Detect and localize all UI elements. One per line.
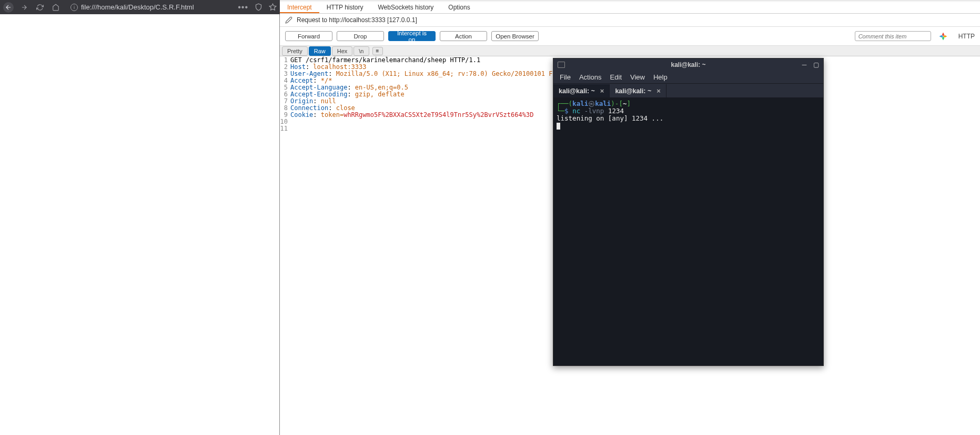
home-icon bbox=[52, 4, 59, 11]
close-icon[interactable]: × bbox=[600, 87, 604, 95]
menu-edit[interactable]: Edit bbox=[610, 73, 622, 81]
burp-subtabs: Intercept HTTP history WebSockets histor… bbox=[280, 2, 980, 14]
menu-file[interactable]: File bbox=[560, 73, 571, 81]
maximize-button[interactable]: ▢ bbox=[813, 62, 819, 68]
open-browser-button[interactable]: Open Browser bbox=[491, 31, 539, 41]
browser-content-area bbox=[0, 14, 280, 435]
star-icon[interactable] bbox=[269, 3, 277, 11]
menu-help[interactable]: Help bbox=[653, 73, 668, 81]
tab-http-history[interactable]: HTTP history bbox=[319, 2, 371, 13]
terminal-line: ┌──(kali㉿kali)-[~] bbox=[557, 100, 820, 107]
view-tabs: Pretty Raw Hex \n ≡ bbox=[280, 46, 980, 56]
cursor-icon bbox=[557, 123, 560, 130]
terminal-menubar: File Actions Edit View Help bbox=[553, 71, 823, 84]
terminal-tab-1[interactable]: kali@kali: ~ × bbox=[553, 84, 610, 97]
line-gutter: 1234567891011 bbox=[280, 56, 289, 435]
view-tab-raw[interactable]: Raw bbox=[309, 46, 331, 56]
terminal-titlebar[interactable]: kali@kali: ~ ─ ▢ bbox=[553, 58, 823, 71]
color-palette-icon[interactable] bbox=[938, 32, 948, 41]
request-info-bar: Request to http://localhost:3333 [127.0.… bbox=[280, 14, 980, 27]
pencil-icon[interactable] bbox=[285, 16, 292, 24]
menu-actions[interactable]: Actions bbox=[579, 73, 602, 81]
terminal-line: └─$ nc -lvnp 1234 bbox=[557, 107, 820, 115]
url-text: file:///home/kali/Desktop/C.S.R.F.html bbox=[81, 3, 194, 11]
info-icon: i bbox=[70, 4, 78, 11]
hamburger-icon[interactable]: ≡ bbox=[372, 47, 383, 55]
home-button[interactable] bbox=[50, 2, 61, 13]
url-bar[interactable]: i file:///home/kali/Desktop/C.S.R.F.html bbox=[66, 3, 233, 11]
comment-input[interactable] bbox=[855, 31, 931, 41]
more-icon[interactable]: ••• bbox=[238, 3, 248, 12]
reload-icon bbox=[36, 4, 44, 11]
drop-button[interactable]: Drop bbox=[337, 31, 384, 41]
terminal-line: listening on [any] 1234 ... bbox=[557, 115, 820, 122]
tab-options[interactable]: Options bbox=[441, 2, 477, 13]
request-to-text: Request to http://localhost:3333 [127.0.… bbox=[297, 16, 417, 24]
action-button[interactable]: Action bbox=[440, 31, 487, 41]
http-label: HTTP bbox=[958, 33, 975, 40]
arrow-right-icon bbox=[21, 4, 28, 11]
shield-icon[interactable] bbox=[255, 3, 262, 11]
terminal-window[interactable]: kali@kali: ~ ─ ▢ File Actions Edit View … bbox=[553, 58, 824, 366]
forward-button[interactable]: Forward bbox=[285, 31, 332, 41]
terminal-cursor-line bbox=[557, 122, 820, 130]
tab-intercept[interactable]: Intercept bbox=[280, 2, 319, 13]
view-tab-pretty[interactable]: Pretty bbox=[282, 46, 308, 56]
intercept-toggle-button[interactable]: Intercept is on bbox=[388, 31, 436, 41]
view-tab-newline[interactable]: \n bbox=[353, 46, 369, 56]
svg-marker-0 bbox=[269, 4, 276, 10]
back-button[interactable] bbox=[3, 2, 14, 13]
close-icon[interactable]: × bbox=[656, 87, 661, 95]
tab-websockets-history[interactable]: WebSockets history bbox=[371, 2, 441, 13]
window-icon bbox=[558, 62, 565, 68]
view-tab-hex[interactable]: Hex bbox=[332, 46, 353, 56]
terminal-tab-2[interactable]: kali@kali: ~ × bbox=[610, 84, 666, 97]
terminal-body[interactable]: ┌──(kali㉿kali)-[~] └─$ nc -lvnp 1234 lis… bbox=[553, 98, 823, 365]
terminal-tab-label: kali@kali: ~ bbox=[559, 87, 595, 95]
menu-view[interactable]: View bbox=[630, 73, 645, 81]
terminal-title: kali@kali: ~ bbox=[671, 61, 705, 68]
terminal-tabbar: kali@kali: ~ × kali@kali: ~ × bbox=[553, 84, 823, 98]
minimize-button[interactable]: ─ bbox=[801, 62, 807, 68]
action-buttons-row: Forward Drop Intercept is on Action Open… bbox=[280, 27, 980, 46]
reload-button[interactable] bbox=[35, 2, 45, 13]
browser-toolbar: i file:///home/kali/Desktop/C.S.R.F.html… bbox=[0, 0, 280, 14]
terminal-tab-label: kali@kali: ~ bbox=[615, 87, 651, 95]
forward-button[interactable] bbox=[19, 2, 29, 13]
arrow-left-icon bbox=[5, 4, 12, 11]
